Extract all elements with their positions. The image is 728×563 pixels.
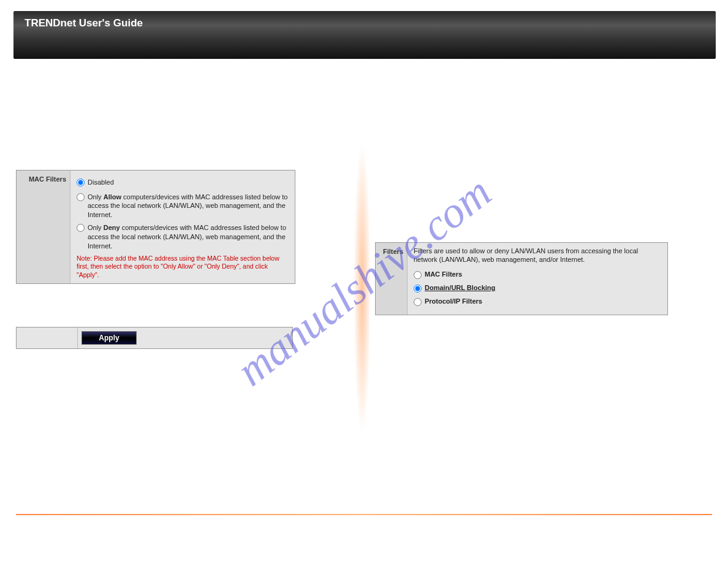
mgmt-page-link[interactable]: Access your router management page [531, 153, 656, 161]
radio-domain-blocking[interactable] [414, 285, 422, 293]
bullet-disabled: Disabled – disables MAC address filter [50, 88, 347, 96]
mac-filters-options: Disabled Only Allow computers/devices wi… [70, 170, 295, 283]
left-column: Below the MAC Table, use the MAC Filters… [16, 67, 347, 395]
opt-disabled-text: Disabled [88, 178, 114, 187]
radio-mac-filters[interactable] [414, 271, 422, 279]
radio-protocol-filters[interactable] [414, 298, 422, 306]
nav-path: Access > Filter [375, 88, 706, 97]
top-banner: TRENDnet User's Guide [13, 11, 716, 59]
filters-label: Filters [376, 243, 408, 315]
mac-filters-panel: MAC Filters Disabled Only Allow computer… [16, 170, 295, 284]
step-3: 3. Select Domain/URL Blocking. [375, 182, 706, 191]
opt-mac-text: MAC Filters [425, 270, 462, 278]
filters-content: Filters are used to allow or deny LAN/WL… [408, 243, 667, 315]
apply-note: Note: If you device is wirelessly connec… [16, 359, 347, 389]
brand-text: TRENDnet User's Guide [13, 11, 716, 36]
domain-heading: Domain/URL Filters [375, 75, 706, 83]
radio-only-allow[interactable] [77, 193, 85, 201]
mac-note: Note: Please add the MAC address using t… [77, 255, 289, 280]
domain-intro: You may want to allow or block computers… [375, 104, 706, 145]
apply-spacer [17, 327, 78, 348]
bullet-disabled-rest: – disables MAC address filter [81, 88, 178, 96]
filters-desc: Filters are used to allow or deny LAN/WL… [414, 247, 661, 264]
apply-intro: Click Apply to save the changes. [16, 299, 347, 309]
center-divider-glow [353, 80, 371, 497]
mac-filters-label: MAC Filters [17, 170, 70, 283]
bullet-disabled-bold: Disabled [50, 88, 81, 96]
radio-disabled[interactable] [77, 178, 85, 186]
filters-panel: Filters Filters are used to allow or den… [375, 242, 668, 315]
copyright-text: © Copyright 2012 TRENDnet. All Rights Re… [16, 525, 167, 532]
right-column: Domain/URL Filters Access > Filter You m… [375, 67, 706, 315]
apply-button[interactable]: Apply [82, 331, 137, 345]
opt-domain-text: Domain/URL Blocking [425, 284, 495, 291]
opt-protocol-text: Protocol/IP Filters [425, 297, 482, 305]
page-number: 32 [702, 525, 710, 532]
step-2: 2. Click on Access, click on Filter. [375, 167, 706, 176]
step-1: 1. Log into your router management page … [375, 153, 706, 161]
footer-divider [16, 514, 712, 515]
apply-panel: Apply [16, 327, 293, 349]
opt-allow-text: Only Allow computers/devices with MAC ad… [88, 193, 289, 220]
radio-only-deny[interactable] [77, 224, 85, 232]
opt-deny-text: Only Deny computers/devices with MAC add… [88, 223, 289, 251]
left-intro-text: Below the MAC Table, use the MAC Filters… [16, 72, 347, 83]
apply-btn-cell: Apply [78, 327, 292, 348]
